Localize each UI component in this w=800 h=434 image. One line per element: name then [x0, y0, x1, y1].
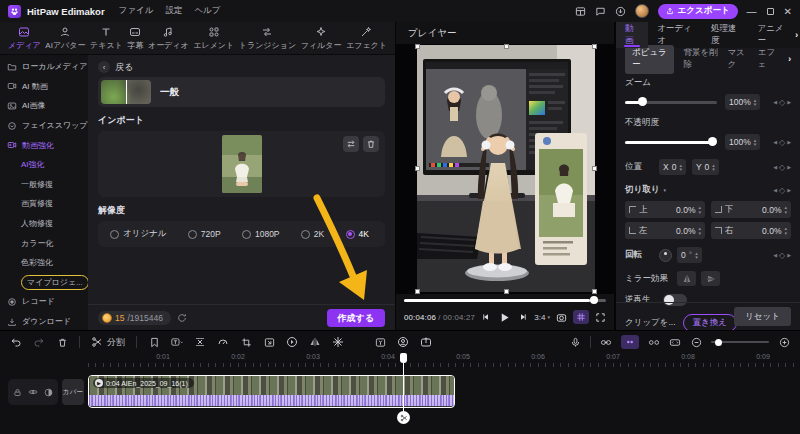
feedback-icon[interactable]: [595, 6, 606, 17]
add-text-icon[interactable]: [171, 336, 183, 348]
seek-bar[interactable]: [404, 296, 606, 304]
opacity-keyframe-controls[interactable]: ◀◇▶: [773, 138, 791, 147]
radio-720p[interactable]: 720P: [188, 229, 221, 239]
transform-handle[interactable]: [415, 289, 420, 294]
grid-overlay-button[interactable]: [573, 310, 589, 324]
snap-magnet-icon[interactable]: [621, 335, 639, 349]
model-card[interactable]: 一般: [98, 77, 385, 107]
cover-button[interactable]: カバー: [62, 379, 84, 405]
fit-timeline-icon[interactable]: [669, 336, 681, 348]
unlink-clips-icon[interactable]: [648, 336, 660, 348]
reset-button[interactable]: リセット: [734, 307, 791, 326]
subtab-popular[interactable]: ポピュラー: [625, 45, 674, 74]
stepper-arrows-icon[interactable]: ▴▾: [754, 138, 757, 147]
sidebar-item-colorize[interactable]: カラー化: [0, 233, 88, 253]
tab-audio-props[interactable]: オーディオ: [648, 22, 702, 48]
previous-frame-button[interactable]: [482, 313, 490, 321]
delete-icon[interactable]: [56, 336, 68, 348]
sidebar-item-ai-video[interactable]: AI 動画: [0, 77, 88, 97]
zoom-keyframe-controls[interactable]: ◀◇▶: [773, 98, 791, 107]
sidebar-item-face-swap[interactable]: フェイススワップ: [0, 116, 88, 136]
radio-original[interactable]: オリジナル: [110, 228, 167, 240]
position-keyframe-controls[interactable]: ◀◇▶: [773, 163, 791, 172]
tab-video-props[interactable]: 動画: [616, 22, 648, 48]
sidebar-item-ai-enhance[interactable]: AI強化: [0, 155, 88, 175]
subtab-remove-bg[interactable]: 背景を削除: [683, 47, 718, 71]
next-frame-button[interactable]: [519, 313, 527, 321]
menu-file[interactable]: ファイル: [119, 5, 154, 17]
import-box[interactable]: [98, 131, 385, 197]
stepper-arrows-icon[interactable]: ▴▾: [698, 226, 701, 235]
back-button[interactable]: ‹: [98, 61, 110, 73]
avatar-tool-icon[interactable]: [397, 336, 409, 348]
tab-media[interactable]: メディア: [8, 26, 41, 51]
crop-expand-caret-icon[interactable]: ▾: [663, 187, 666, 193]
motion-icon[interactable]: [286, 336, 298, 348]
stepper-arrows-icon[interactable]: ▴▾: [695, 251, 698, 260]
swap-media-button[interactable]: [343, 136, 359, 152]
video-preview[interactable]: [396, 44, 614, 294]
menu-help[interactable]: ヘルプ: [194, 5, 220, 17]
zoom-slider[interactable]: [625, 101, 717, 104]
freeze-frame-icon[interactable]: [332, 336, 344, 348]
tabs-overflow-chevron-icon[interactable]: ›: [795, 22, 800, 48]
tab-subtitle[interactable]: 字幕: [127, 26, 143, 51]
zoom-value-stepper[interactable]: 100%▴▾: [725, 94, 760, 110]
transform-handle[interactable]: [415, 44, 420, 49]
stepper-arrows-icon[interactable]: ▴▾: [679, 163, 682, 172]
stepper-arrows-icon[interactable]: ▴▾: [754, 98, 757, 107]
track-contrast-icon[interactable]: [44, 388, 53, 397]
transform-handle[interactable]: [415, 166, 420, 171]
sidebar-item-record[interactable]: レコード: [0, 292, 88, 312]
timeline-zoom-slider[interactable]: [711, 341, 769, 343]
sidebar-item-ai-image[interactable]: AI画像: [0, 96, 88, 116]
sidebar-item-portrait-repair[interactable]: 人物修復: [0, 214, 88, 234]
playhead-marker[interactable]: [400, 353, 407, 363]
export-frame-icon[interactable]: [420, 336, 432, 348]
pip-icon[interactable]: [263, 336, 275, 348]
transform-handle[interactable]: [504, 44, 509, 49]
tab-transition[interactable]: トランジション: [239, 26, 296, 51]
close-button[interactable]: ✕: [784, 6, 792, 17]
zoom-in-icon[interactable]: [778, 336, 790, 348]
stepper-arrows-icon[interactable]: ▴▾: [712, 163, 715, 172]
tab-text[interactable]: テキスト: [90, 26, 123, 51]
link-clips-icon[interactable]: [600, 336, 612, 348]
crop-right-stepper[interactable]: 右0.0%▴▾: [711, 222, 791, 239]
fullscreen-icon[interactable]: [595, 312, 606, 323]
transform-handle[interactable]: [592, 166, 597, 171]
download-update-icon[interactable]: [615, 6, 626, 17]
toggle-visibility-icon[interactable]: [28, 387, 38, 397]
minimize-button[interactable]: —: [747, 6, 757, 17]
redo-icon[interactable]: [33, 336, 45, 348]
stepper-arrows-icon[interactable]: ▴▾: [784, 226, 787, 235]
lock-track-icon[interactable]: [13, 388, 22, 397]
rotate-keyframe-controls[interactable]: ◀◇▶: [773, 251, 791, 260]
position-y-stepper[interactable]: Y0▴▾: [692, 159, 719, 175]
maximize-button[interactable]: [766, 7, 775, 16]
flip-vertical-button[interactable]: [701, 271, 720, 286]
sidebar-item-my-projects[interactable]: マイプロジェ...: [0, 273, 88, 293]
remove-subtitle-icon[interactable]: [194, 336, 206, 348]
marker-icon[interactable]: [148, 336, 160, 348]
user-avatar[interactable]: [635, 4, 649, 18]
tab-ai-avatar[interactable]: AIアバター: [45, 26, 85, 51]
timeline-zoom-handle[interactable]: [715, 339, 722, 346]
sidebar-item-quality-repair[interactable]: 画質修復: [0, 194, 88, 214]
rotate-stepper[interactable]: 0°▴▾: [677, 247, 702, 263]
seek-handle[interactable]: [590, 296, 598, 304]
split-button[interactable]: 分割: [91, 336, 125, 349]
play-button[interactable]: [499, 312, 510, 323]
flip-horizontal-button[interactable]: [677, 271, 696, 286]
subtabs-overflow-chevron-icon[interactable]: ›: [788, 54, 791, 64]
stepper-arrows-icon[interactable]: ▴▾: [698, 205, 701, 214]
lut-icon[interactable]: [374, 336, 386, 348]
aspect-ratio-select[interactable]: 3:4▾: [534, 313, 550, 322]
position-x-stepper[interactable]: X0▴▾: [659, 159, 686, 175]
stepper-arrows-icon[interactable]: ▴▾: [784, 205, 787, 214]
crop-keyframe-controls[interactable]: ◀◇▶: [773, 186, 791, 195]
snapshot-icon[interactable]: [556, 312, 567, 323]
playhead[interactable]: [400, 353, 407, 423]
create-button[interactable]: 作成する: [327, 309, 385, 327]
imported-video-thumbnail[interactable]: [222, 135, 262, 193]
